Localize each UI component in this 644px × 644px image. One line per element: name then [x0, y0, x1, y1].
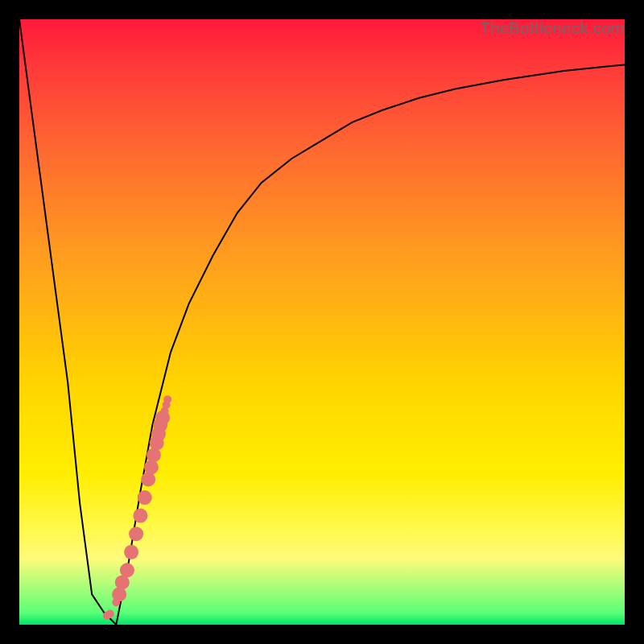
cluster-dot — [144, 460, 159, 475]
watermark: TheBottleneck.com — [480, 19, 625, 38]
cluster-dot — [124, 545, 138, 559]
cluster-dot — [133, 509, 147, 523]
cluster-dot — [141, 473, 155, 487]
cluster-dot — [138, 490, 152, 505]
cluster-dot — [106, 610, 114, 618]
cluster-dot — [112, 587, 126, 601]
cluster-dot — [129, 526, 143, 541]
chart-svg — [19, 19, 625, 625]
plot-area — [19, 19, 625, 625]
bottleneck-curve — [19, 19, 625, 625]
cluster-dot — [120, 563, 134, 577]
chart-frame: TheBottleneck.com — [0, 0, 644, 644]
cluster-dot — [163, 395, 171, 403]
cluster-dot — [147, 448, 161, 462]
